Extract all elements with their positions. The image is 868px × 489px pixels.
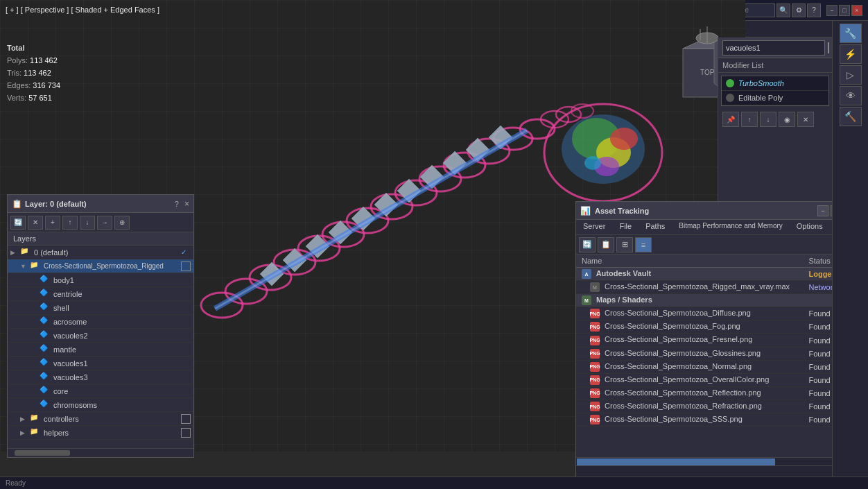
- svg-point-12: [444, 153, 485, 178]
- stats-edges: Edges: 316 734: [7, 79, 60, 92]
- lt-add-icon[interactable]: +: [45, 216, 60, 230]
- mod-pin-icon[interactable]: 📌: [722, 112, 739, 127]
- svg-point-14: [494, 128, 532, 150]
- asset-row[interactable]: PNG Cross-Sectional_Spermotozoa_Fog.png …: [576, 320, 859, 334]
- object-color-swatch[interactable]: [828, 42, 829, 53]
- layer-item[interactable]: ▶ 📁 helpers: [8, 426, 193, 440]
- layer-item[interactable]: 🔷 vacuoles2: [8, 329, 193, 343]
- asset-row[interactable]: M Cross-Sectional_Spermotozoa_Rigged_max…: [576, 281, 859, 294]
- help-icon[interactable]: ?: [807, 3, 821, 17]
- render-box[interactable]: [181, 428, 191, 438]
- layer-icon: 🔷: [40, 372, 51, 383]
- rp-motion-icon[interactable]: ▷: [840, 65, 862, 85]
- tris-value: 113 462: [24, 69, 51, 77]
- layers-scrollbar[interactable]: [8, 448, 193, 456]
- settings-icon[interactable]: ⚙: [792, 3, 806, 17]
- asset-progressbar: [576, 457, 859, 465]
- mod-toggle-icon[interactable]: ◉: [779, 112, 795, 127]
- modifier-editable-poly[interactable]: Editable Poly: [722, 91, 828, 105]
- mod-move-down-icon[interactable]: ↓: [760, 112, 776, 127]
- asset-menu-bar: Server File Paths Bitmap Performance and…: [576, 220, 859, 235]
- rp-utilities-icon[interactable]: 🔨: [840, 107, 862, 126]
- svg-point-43: [696, 33, 718, 44]
- expand-icon: ▶: [20, 415, 30, 422]
- mod-move-up-icon[interactable]: ↑: [741, 112, 758, 127]
- render-box[interactable]: [181, 261, 191, 271]
- layer-item[interactable]: 🔷 vacuoles1: [8, 357, 193, 370]
- search-button[interactable]: 🔍: [776, 3, 790, 17]
- layer-name: vacuoles2: [53, 332, 191, 340]
- asset-row[interactable]: A Autodesk Vault Logged Out: [576, 268, 859, 281]
- minimize-button[interactable]: −: [826, 5, 837, 16]
- layer-item[interactable]: ▶ 📁 controllers: [8, 412, 193, 426]
- layer-name: centriole: [53, 290, 191, 298]
- asset-table-container[interactable]: Name Status A Autodesk Vault Logged Out …: [576, 255, 859, 461]
- object-name-field[interactable]: [722, 40, 825, 55]
- layer-item[interactable]: ▶ 📁 0 (default) ✓: [8, 246, 193, 259]
- lt-move-right-icon[interactable]: →: [97, 216, 112, 230]
- asset-row[interactable]: PNG Cross-Sectional_Spermotozoa_Reflecti…: [576, 386, 859, 400]
- rp-hierarchy-icon[interactable]: ⚡: [840, 44, 862, 64]
- col-name-header[interactable]: Name: [576, 255, 803, 268]
- svg-point-5: [274, 250, 315, 275]
- asset-menu-bitmap[interactable]: Bitmap Performance and Memory: [672, 220, 790, 234]
- layer-item[interactable]: 🔷 chromosoms: [8, 398, 193, 412]
- layer-item[interactable]: 🔷 shell: [8, 301, 193, 315]
- asset-row[interactable]: PNG Cross-Sectional_Spermotozoa_Refracti…: [576, 400, 859, 413]
- layer-icon: 📁: [30, 413, 41, 424]
- asset-row[interactable]: PNG Cross-Sectional_Spermotozoa_Glossine…: [576, 347, 859, 360]
- at-refresh-icon[interactable]: 🔄: [579, 237, 596, 252]
- at-grid-icon[interactable]: ⊞: [616, 237, 633, 252]
- render-box[interactable]: [181, 414, 191, 424]
- asset-menu-file[interactable]: File: [612, 220, 639, 234]
- asset-row[interactable]: PNG Cross-Sectional_Spermotozoa_Normal.p…: [576, 360, 859, 373]
- asset-menu-paths[interactable]: Paths: [639, 220, 672, 234]
- layers-scroll-thumb[interactable]: [15, 450, 70, 456]
- at-copy-icon[interactable]: 📋: [598, 237, 614, 252]
- asset-row[interactable]: M Maps / Shaders: [576, 294, 859, 307]
- modifier-light: [726, 79, 734, 87]
- layers-help-button[interactable]: ?: [175, 200, 179, 208]
- svg-line-28: [215, 130, 527, 309]
- svg-point-13: [468, 139, 510, 164]
- layer-item[interactable]: 🔷 vacuoles3: [8, 370, 193, 384]
- svg-point-34: [594, 157, 619, 176]
- asset-row[interactable]: PNG Cross-Sectional_Spermotozoa_Diffuse.…: [576, 307, 859, 320]
- rp-display-icon[interactable]: 👁: [840, 86, 862, 105]
- polys-label: Polys:: [7, 56, 30, 65]
- rp-modify-icon[interactable]: 🔧: [840, 24, 862, 43]
- maximize-button[interactable]: □: [839, 5, 850, 16]
- lt-move-up-icon[interactable]: ↑: [62, 216, 78, 230]
- lt-move-down-icon[interactable]: ↓: [80, 216, 95, 230]
- svg-point-36: [541, 111, 568, 128]
- modifier-list-label: Modifier List: [718, 58, 832, 73]
- asset-row[interactable]: PNG Cross-Sectional_Spermotozoa_SSS.png …: [576, 413, 859, 427]
- asset-row[interactable]: PNG Cross-Sectional_Spermotozoa_OverallC…: [576, 373, 859, 386]
- asset-row[interactable]: PNG Cross-Sectional_Spermotozoa_Fresnel.…: [576, 334, 859, 347]
- expand-icon: ▶: [10, 249, 20, 256]
- layer-icon: 🔷: [40, 330, 51, 341]
- layers-close-button[interactable]: ×: [184, 199, 189, 209]
- asset-panel-titlebar: 📊 Asset Tracking − □ ×: [576, 202, 859, 220]
- png-icon: PNG: [590, 322, 600, 332]
- lt-merge-icon[interactable]: ⊕: [114, 216, 130, 230]
- layer-item[interactable]: 🔷 body1: [8, 273, 193, 287]
- lt-refresh-icon[interactable]: 🔄: [10, 216, 26, 230]
- svg-point-3: [225, 279, 267, 304]
- mod-delete-icon[interactable]: ✕: [797, 112, 814, 127]
- lt-delete-icon[interactable]: ✕: [28, 216, 43, 230]
- layer-item[interactable]: 🔷 core: [8, 384, 193, 398]
- modifier-turbosmooth[interactable]: TurboSmooth: [722, 76, 828, 91]
- status-bar: Ready: [0, 477, 868, 489]
- layer-item[interactable]: ▼ 📁 Cross-Sectional_Spermotozoa_Rigged: [8, 259, 193, 273]
- asset-menu-options[interactable]: Options: [790, 220, 830, 234]
- svg-point-11: [419, 166, 461, 191]
- asset-minimize-button[interactable]: −: [817, 205, 828, 216]
- at-list-icon[interactable]: ≡: [635, 237, 652, 252]
- asset-menu-server[interactable]: Server: [576, 220, 612, 234]
- layer-name: chromosoms: [53, 401, 191, 409]
- close-button[interactable]: ×: [851, 5, 862, 16]
- layer-item[interactable]: 🔷 acrosome: [8, 315, 193, 329]
- layer-item[interactable]: 🔷 centriole: [8, 287, 193, 301]
- layer-item[interactable]: 🔷 mantle: [8, 343, 193, 357]
